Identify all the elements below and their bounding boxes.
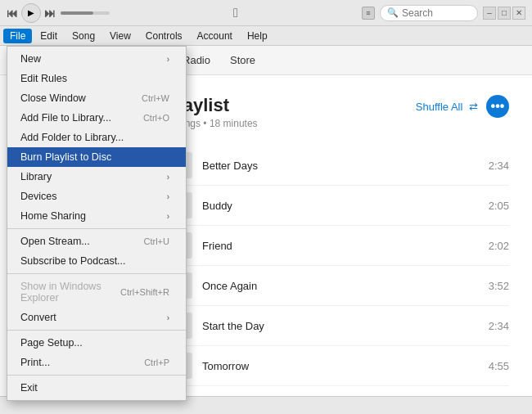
menu-item-help[interactable]: Help: [241, 29, 274, 43]
song-duration: 4:55: [489, 360, 509, 372]
menu-item-label: Home Sharing: [20, 210, 86, 222]
song-title: Once Again: [202, 280, 489, 292]
maximize-button[interactable]: □: [498, 7, 511, 20]
play-button[interactable]: ▶: [21, 3, 41, 23]
menu-item-exit[interactable]: Exit: [7, 378, 186, 398]
menu-item-shortcut: Ctrl+P: [144, 358, 169, 367]
search-input[interactable]: [402, 7, 476, 19]
rewind-button[interactable]: ⏮: [7, 7, 18, 20]
song-row[interactable]: ♪Better Days2:34: [166, 146, 509, 186]
song-duration: 2:34: [489, 320, 509, 332]
menu-item-label: Page Setup...: [20, 337, 83, 349]
menu-item-shortcut: Ctrl+U: [144, 236, 169, 246]
song-duration: 3:52: [489, 280, 509, 292]
submenu-arrow-icon: ›: [167, 212, 169, 221]
menu-item-showexplorer: Show in Windows ExplorerCtrl+Shift+R: [7, 277, 186, 308]
window-controls: – □ ✕: [483, 7, 525, 20]
list-icon: ≡: [366, 9, 370, 17]
menu-separator: [7, 228, 186, 229]
song-row[interactable]: ♪Buddy2:05: [166, 186, 509, 226]
menu-item-shortcut: Ctrl+O: [143, 113, 169, 123]
list-view-button[interactable]: ≡: [362, 7, 375, 20]
menu-item-label: Library: [20, 171, 52, 182]
submenu-arrow-icon: ›: [167, 173, 169, 182]
tab-radio[interactable]: Radio: [183, 51, 210, 70]
menu-item-closewindow[interactable]: Close WindowCtrl+W: [7, 88, 186, 108]
menu-item-label: Add Folder to Library...: [20, 132, 124, 143]
menu-item-label: Exit: [20, 382, 38, 394]
title-bar: ⏮ ▶ ⏭  ≡ 🔍 – □ ✕: [0, 0, 532, 26]
song-list: ♪Better Days2:34♪Buddy2:05♪Friend2:02♪On…: [166, 146, 509, 386]
menu-separator: [7, 375, 186, 376]
menu-item-openstream[interactable]: Open Stream...Ctrl+U: [7, 232, 186, 251]
menu-item-label: Close Window: [20, 92, 86, 104]
more-button[interactable]: •••: [486, 95, 509, 118]
menu-item-addfile[interactable]: Add File to Library...Ctrl+O: [7, 108, 186, 128]
playlist-header: Playlist 6 songs • 18 minutes Shuffle Al…: [166, 95, 509, 129]
song-title: Friend: [202, 240, 489, 252]
song-title: Better Days: [202, 160, 489, 172]
search-icon: 🔍: [387, 7, 399, 18]
menu-item-label: Subscribe to Podcast...: [20, 255, 126, 267]
menu-item-homesharing[interactable]: Home Sharing›: [7, 206, 186, 226]
menu-item-editrules[interactable]: Edit Rules: [7, 69, 186, 88]
menu-item-library[interactable]: Library›: [7, 167, 186, 187]
search-box[interactable]: 🔍: [380, 5, 478, 21]
menu-item-file[interactable]: File: [3, 29, 32, 43]
menu-item-pagesetup[interactable]: Page Setup...: [7, 333, 186, 353]
menu-item-label: New: [20, 53, 41, 65]
menu-item-label: Show in Windows Explorer: [20, 281, 107, 304]
menu-item-subscribepodcast[interactable]: Subscribe to Podcast...: [7, 251, 186, 271]
song-duration: 2:34: [489, 160, 509, 172]
playlist-actions: Shuffle All ⇄ •••: [416, 95, 509, 118]
song-row[interactable]: ♪Start the Day2:34: [166, 306, 509, 346]
menu-item-label: Burn Playlist to Disc: [20, 151, 111, 163]
menu-item-print[interactable]: Print...Ctrl+P: [7, 353, 186, 372]
tab-store[interactable]: Store: [230, 51, 255, 70]
menu-item-view[interactable]: View: [103, 29, 138, 43]
menu-item-shortcut: Ctrl+Shift+R: [120, 287, 169, 297]
menu-bar: File Edit Song View Controls Account Hel…: [0, 26, 532, 46]
menu-item-convert[interactable]: Convert›: [7, 308, 186, 327]
menu-separator: [7, 330, 186, 331]
menu-item-devices[interactable]: Devices›: [7, 187, 186, 206]
menu-item-edit[interactable]: Edit: [34, 29, 64, 43]
shuffle-button[interactable]: Shuffle All ⇄: [416, 101, 478, 113]
shuffle-label: Shuffle All: [416, 101, 463, 113]
menu-item-song[interactable]: Song: [65, 29, 101, 43]
title-bar-right: ≡ 🔍 – □ ✕: [362, 5, 525, 21]
menu-item-label: Print...: [20, 357, 50, 368]
song-row[interactable]: ♪Tomorrow4:55: [166, 346, 509, 386]
volume-slider[interactable]: [61, 11, 110, 15]
menu-item-controls[interactable]: Controls: [139, 29, 189, 43]
submenu-arrow-icon: ›: [167, 192, 169, 201]
close-button[interactable]: ✕: [512, 7, 525, 20]
song-title: Tomorrow: [202, 360, 489, 372]
menu-separator: [7, 273, 186, 274]
minimize-button[interactable]: –: [483, 7, 496, 20]
menu-item-label: Open Stream...: [20, 236, 90, 247]
file-dropdown-menu: New›Edit RulesClose WindowCtrl+WAdd File…: [7, 46, 187, 401]
fast-forward-button[interactable]: ⏭: [44, 7, 56, 20]
submenu-arrow-icon: ›: [167, 313, 169, 322]
song-row[interactable]: ♪Friend2:02: [166, 226, 509, 266]
menu-item-new[interactable]: New›: [7, 49, 186, 69]
title-bar-left: ⏮ ▶ ⏭: [7, 3, 110, 23]
song-duration: 2:05: [489, 200, 509, 212]
song-title: Buddy: [202, 200, 489, 212]
apple-logo: : [233, 6, 238, 20]
song-title: Start the Day: [202, 320, 489, 332]
menu-item-addfolder[interactable]: Add Folder to Library...: [7, 128, 186, 147]
menu-item-burnplaylist[interactable]: Burn Playlist to Disc: [7, 147, 186, 167]
menu-item-label: Convert: [20, 312, 56, 323]
volume-fill: [61, 11, 93, 15]
content-area: Playlist 6 songs • 18 minutes Shuffle Al…: [143, 75, 532, 396]
submenu-arrow-icon: ›: [167, 55, 169, 64]
song-duration: 2:02: [489, 240, 509, 252]
menu-item-shortcut: Ctrl+W: [142, 93, 169, 103]
playback-controls: ⏮ ▶ ⏭: [7, 3, 56, 23]
menu-item-label: Edit Rules: [20, 73, 67, 84]
menu-item-account[interactable]: Account: [191, 29, 239, 43]
menu-item-label: Add File to Library...: [20, 112, 111, 124]
song-row[interactable]: ♪Once Again3:52: [166, 266, 509, 306]
